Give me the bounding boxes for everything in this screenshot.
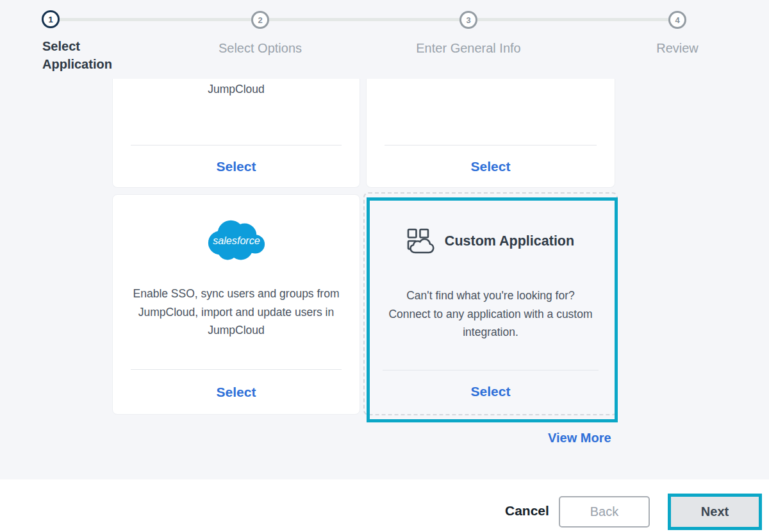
wizard-footer: Cancel Back Next [0,479,769,532]
step-3-number: 3 [466,15,470,25]
select-button-salesforce[interactable]: Select [217,385,256,400]
step-1-indicator: 1 [42,10,60,28]
back-button[interactable]: Back [559,496,650,528]
app-card-top-right: Select [366,79,615,188]
custom-description-line: Connect to any application with a custom [377,305,604,324]
stepper-track [51,18,677,21]
select-button-top-right[interactable]: Select [471,159,511,174]
step-4-indicator: 4 [668,11,686,29]
select-button-custom-application[interactable]: Select [471,384,511,399]
svg-text:salesforce: salesforce [213,235,260,246]
step-3-label: Enter General Info [372,39,565,57]
next-button[interactable]: Next [668,494,762,530]
step-4-number: 4 [675,15,679,25]
salesforce-description-line: Enable SSO, sync users and groups from [119,285,353,303]
step-1-number: 1 [48,15,53,24]
custom-application-icon [407,228,436,254]
view-more-link[interactable]: View More [548,431,611,445]
step-1-label: Select Application [42,37,138,73]
app-card-custom-application: Custom Application Can't find what you'r… [363,192,618,415]
step-2-number: 2 [258,15,262,25]
salesforce-description-line: JumpCloud [119,321,353,340]
salesforce-description-line: JumpCloud, import and update users in [119,303,353,322]
cancel-button[interactable]: Cancel [501,503,553,519]
app-card-salesforce: salesforce Enable SSO, sync users and gr… [112,194,360,415]
select-button-top-left[interactable]: Select [217,159,256,174]
app-card-top-left: JumpCloud Select [112,79,360,188]
step-3-indicator: 3 [459,11,477,29]
step-2-label: Select Options [164,39,356,57]
step-2-indicator: 2 [251,11,269,29]
salesforce-logo-icon: salesforce [205,216,268,265]
app-card-top-left-description: JumpCloud [113,80,360,98]
custom-description-line: integration. [377,323,604,342]
custom-description-line: Can't find what you're looking for? [377,287,604,305]
step-4-label: Review [581,39,769,57]
custom-application-title: Custom Application [445,233,574,249]
